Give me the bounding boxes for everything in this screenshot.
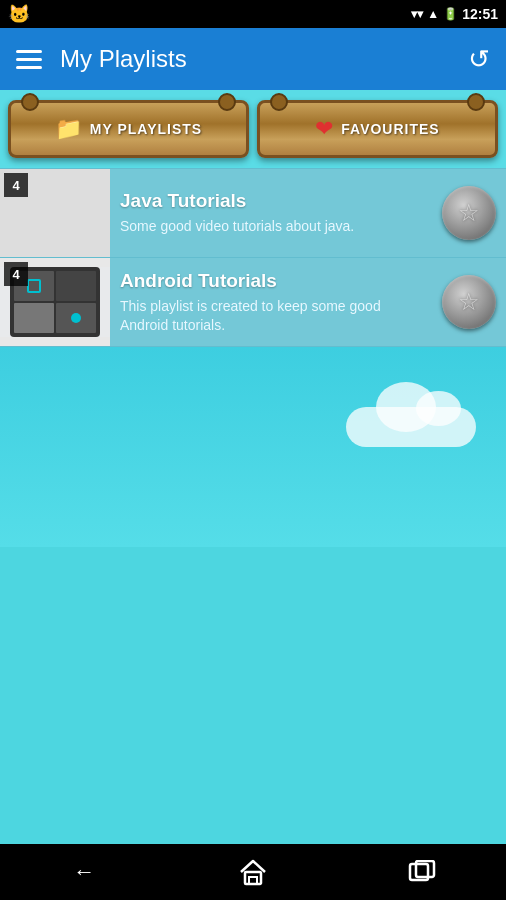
tab-my-playlists-label: MY PLAYLISTS xyxy=(90,121,202,137)
home-button[interactable] xyxy=(223,852,283,892)
playlist-title-android: Android Tutorials xyxy=(120,270,432,292)
folder-icon: 📁 xyxy=(55,116,82,142)
playlist-desc-java: Some good video tutorials about java. xyxy=(120,217,432,235)
status-bar: 🐱 ▾▾ ▲ 🔋 12:51 xyxy=(0,0,506,28)
refresh-button[interactable]: ↻ xyxy=(468,44,490,75)
hamburger-line xyxy=(16,66,42,69)
home-icon xyxy=(239,858,267,886)
heart-icon: ❤ xyxy=(315,116,333,142)
cloud-decoration xyxy=(346,407,476,447)
recents-icon xyxy=(408,860,436,884)
playlist-item-android[interactable]: 4 Android Tutorials xyxy=(0,258,506,347)
android-mascot-icon: 🐱 xyxy=(8,3,30,25)
wifi-icon: ▾▾ xyxy=(411,7,423,21)
android-star-button[interactable]: ☆ xyxy=(442,275,496,329)
recents-button[interactable] xyxy=(392,852,452,892)
star-icon: ☆ xyxy=(458,201,480,225)
back-arrow-icon: ← xyxy=(73,859,95,885)
hamburger-line xyxy=(16,58,42,61)
java-star-button[interactable]: ☆ xyxy=(442,186,496,240)
signal-icon: ▲ xyxy=(427,7,439,21)
top-bar-left: My Playlists xyxy=(16,45,187,73)
playlist-info-android: Android Tutorials This playlist is creat… xyxy=(110,260,442,343)
bottom-nav: ← xyxy=(0,844,506,900)
hamburger-line xyxy=(16,50,42,53)
android-count-badge: 4 xyxy=(4,262,28,286)
status-time: 12:51 xyxy=(462,6,498,22)
playlist-info-java: Java Tutorials Some good video tutorials… xyxy=(110,180,442,245)
page-title: My Playlists xyxy=(60,45,187,73)
tab-favourites[interactable]: ❤ FAVOURITES xyxy=(257,100,498,158)
status-bar-right: ▾▾ ▲ 🔋 12:51 xyxy=(411,6,498,22)
top-bar: My Playlists ↻ xyxy=(0,28,506,90)
main-content: 📁 MY PLAYLISTS ❤ FAVOURITES 4 xyxy=(0,90,506,844)
back-button[interactable]: ← xyxy=(54,852,114,892)
playlist-title-java: Java Tutorials xyxy=(120,190,432,212)
tab-row: 📁 MY PLAYLISTS ❤ FAVOURITES xyxy=(0,90,506,168)
playlist-desc-android: This playlist is created to keep some go… xyxy=(120,297,432,333)
tab-favourites-label: FAVOURITES xyxy=(341,121,439,137)
tab-my-playlists[interactable]: 📁 MY PLAYLISTS xyxy=(8,100,249,158)
playlist-list: 4 xyxy=(0,168,506,347)
star-icon: ☆ xyxy=(458,290,480,314)
battery-icon: 🔋 xyxy=(443,7,458,21)
hamburger-menu-button[interactable] xyxy=(16,50,42,69)
playlist-thumb-android: 4 xyxy=(0,258,110,346)
java-count-badge: 4 xyxy=(4,173,28,197)
sky-area xyxy=(0,347,506,547)
playlist-thumb-java: 4 xyxy=(0,169,110,257)
playlist-item-java[interactable]: 4 xyxy=(0,168,506,258)
status-bar-left: 🐱 xyxy=(8,3,30,25)
